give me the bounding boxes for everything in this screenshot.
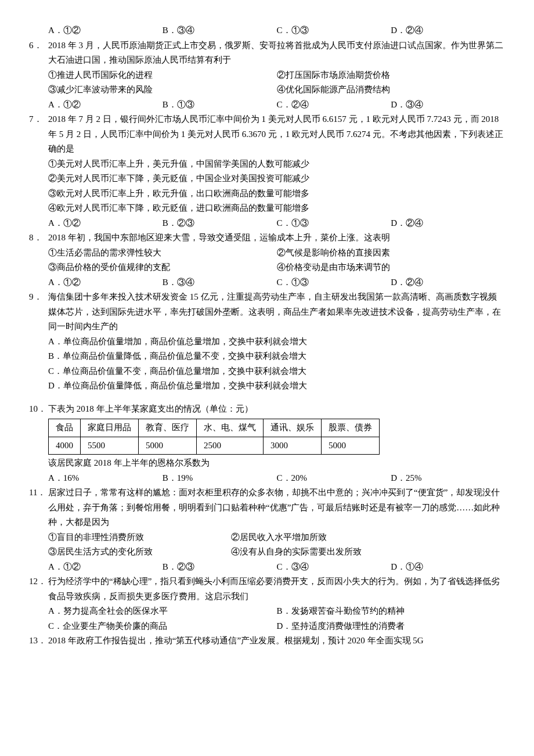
q7-option-a: A．①② (48, 216, 163, 231)
q11-option-c: C．③④ (277, 560, 391, 575)
q5-options: A．①② B．③④ C．①③ D．②④ (29, 23, 505, 38)
q12-option-b: B．发扬艰苦奋斗勤俭节约的精神 (277, 604, 506, 619)
q12-option-a: A．努力提高全社会的医保水平 (48, 604, 277, 619)
q5-option-a: A．①② (48, 23, 163, 38)
q13-number: 13． (29, 633, 48, 649)
q10-v1: 4000 (49, 437, 81, 455)
q10-option-a: A．16% (48, 471, 163, 486)
q6-circle-2: ②打压国际市场原油期货价格 (277, 68, 506, 83)
q10-h3: 教育、医疗 (139, 419, 197, 437)
q7-circle-1: ①美元对人民币汇率上升，美元升值，中国留学美国的人数可能减少 (48, 157, 505, 172)
q10-h6: 股票、债券 (322, 419, 380, 437)
q6-option-a: A．①② (48, 98, 163, 113)
q9-option-c: C．单位商品价值量不变，商品价值总量增加，交换中获利就会增大 (48, 364, 505, 379)
q11-stem: 居家过日子，常常有这样的尴尬：面对衣柜里积存的众多衣物，却挑不出中意的；兴冲冲买… (48, 485, 505, 530)
q10-v2: 5500 (81, 437, 139, 455)
q13-stem: 2018 年政府工作报告提出，推动“第五代移动通信”产业发展。根据规划，预计 2… (48, 633, 505, 649)
q9-number: 9． (29, 290, 48, 394)
q6-circle-1: ①推进人民币国际化的进程 (48, 68, 277, 83)
q6-option-b: B．①③ (163, 98, 277, 113)
q7-option-b: B．②③ (163, 216, 277, 231)
q11-number: 11． (29, 485, 48, 574)
q9-option-b: B．单位商品价值量降低，商品价值总量不变，交换中获利就会增大 (48, 349, 505, 364)
q12-option-c: C．企业要生产物美价廉的商品 (48, 619, 277, 634)
q8-stem: 2018 年初，我国中东部地区迎来大雪，导致交通受阻，运输成本上升，菜价上涨。这… (48, 231, 505, 246)
q11-option-a: A．①② (48, 560, 163, 575)
q8-circle-1: ①生活必需品的需求弹性较大 (48, 246, 277, 261)
q10-option-c: C．20% (277, 471, 391, 486)
q7-circle-3: ③欧元对人民币汇率上升，欧元升值，出口欧洲商品的数量可能增多 (48, 186, 505, 201)
q7-stem: 2018 年 7 月 2 日，银行间外汇市场人民币汇率中间价为 1 美元对人民币… (48, 112, 505, 157)
q13: 13． 2018 年政府工作报告提出，推动“第五代移动通信”产业发展。根据规划，… (29, 633, 505, 649)
q11: 11． 居家过日子，常常有这样的尴尬：面对衣柜里积存的众多衣物，却挑不出中意的；… (29, 485, 505, 574)
q6-option-c: C．②④ (277, 98, 391, 113)
q6-circle-4: ④优化国际能源产品消费结构 (277, 82, 506, 98)
q6-circle-3: ③减少汇率波动带来的风险 (48, 82, 277, 98)
q8-option-a: A．①② (48, 275, 163, 290)
q8-number: 8． (29, 231, 48, 290)
q7-circle-4: ④欧元对人民币汇率下降，欧元贬值，进口欧洲商品的数量可能增多 (48, 201, 505, 216)
q6-option-d: D．③④ (391, 98, 505, 113)
q10-subtext: 该居民家庭 2018 年上半年的恩格尔系数为 (48, 456, 505, 471)
q10-v3: 5000 (139, 437, 197, 455)
q8-option-b: B．③④ (163, 275, 277, 290)
q10-v6: 5000 (322, 437, 380, 455)
q6-stem: 2018 年 3 月，人民币原油期货正式上市交易，俄罗斯、安哥拉将首批成为人民币… (48, 38, 505, 68)
q8-circle-3: ③商品价格的受价值规律的支配 (48, 260, 277, 275)
q10-v5: 3000 (264, 437, 322, 455)
table-row: 4000 5500 5000 2500 3000 5000 (49, 437, 380, 455)
q5-option-c: C．①③ (277, 23, 391, 38)
table-row: 食品 家庭日用品 教育、医疗 水、电、煤气 通讯、娱乐 股票、债券 (49, 419, 380, 437)
q8: 8． 2018 年初，我国中东部地区迎来大雪，导致交通受阻，运输成本上升，菜价上… (29, 231, 505, 290)
q10-stem: 下表为 2018 年上半年某家庭支出的情况（单位：元） (48, 402, 505, 417)
q12-number: 12． (29, 574, 48, 633)
q10-h4: 水、电、煤气 (197, 419, 264, 437)
q7: 7． 2018 年 7 月 2 日，银行间外汇市场人民币汇率中间价为 1 美元对… (29, 112, 505, 231)
q5-option-b: B．③④ (163, 23, 277, 38)
q7-option-c: C．①③ (277, 216, 391, 231)
q11-circle-1: ①盲目的非理性消费所致 (48, 530, 231, 545)
q8-option-d: D．②④ (391, 275, 505, 290)
q10-h5: 通讯、娱乐 (264, 419, 322, 437)
q8-circle-4: ④价格变动是由市场来调节的 (277, 260, 506, 275)
q11-circle-3: ③居民生活方式的变化所致 (48, 545, 231, 560)
page: A．①② B．③④ C．①③ D．②④ 6． 2018 年 3 月，人民币原油期… (12, 23, 522, 649)
q10: 10． 下表为 2018 年上半年某家庭支出的情况（单位：元） 食品 家庭日用品… (29, 402, 505, 486)
q11-option-d: D．①④ (391, 560, 505, 575)
q7-option-d: D．②④ (391, 216, 505, 231)
q6: 6． 2018 年 3 月，人民币原油期货正式上市交易，俄罗斯、安哥拉将首批成为… (29, 38, 505, 113)
q12-option-d: D．坚持适度消费做理性的消费者 (277, 619, 506, 634)
q11-circle-2: ②居民收入水平增加所致 (231, 530, 505, 545)
q6-number: 6． (29, 38, 48, 113)
q10-table: 食品 家庭日用品 教育、医疗 水、电、煤气 通讯、娱乐 股票、债券 4000 5… (48, 419, 380, 455)
q12: 12． 行为经济学中的“稀缺心理”，指只看到蝇头小利而压缩必要消费开支，反而因小… (29, 574, 505, 633)
q9-stem: 海信集团十多年来投入技术研发资金 15 亿元，注重提高劳动生产率，自主研发出我国… (48, 290, 505, 334)
q7-circle-2: ②美元对人民币汇率下降，美元贬值，中国企业对美国投资可能减少 (48, 171, 505, 186)
q9-option-a: A．单位商品价值量增加，商品价值总量增加，交换中获利就会增大 (48, 334, 505, 350)
q10-number: 10． (29, 402, 48, 486)
q8-circle-2: ②气候是影响价格的直接因素 (277, 246, 506, 261)
q7-number: 7． (29, 112, 48, 231)
q11-option-b: B．②③ (163, 560, 277, 575)
q10-h1: 食品 (49, 419, 81, 437)
q8-option-c: C．①③ (277, 275, 391, 290)
q9-option-d: D．单位商品价值量降低，商品价值总量增加，交换中获利就会增大 (48, 379, 505, 394)
q10-v4: 2500 (197, 437, 264, 455)
q10-option-d: D．25% (391, 471, 505, 486)
q9: 9． 海信集团十多年来投入技术研发资金 15 亿元，注重提高劳动生产率，自主研发… (29, 290, 505, 394)
q11-circle-4: ④没有从自身的实际需要出发所致 (231, 545, 505, 560)
q12-stem: 行为经济学中的“稀缺心理”，指只看到蝇头小利而压缩必要消费开支，反而因小失大的行… (48, 574, 505, 604)
q10-option-b: B．19% (163, 471, 277, 486)
q5-option-d: D．②④ (391, 23, 505, 38)
q10-h2: 家庭日用品 (81, 419, 139, 437)
